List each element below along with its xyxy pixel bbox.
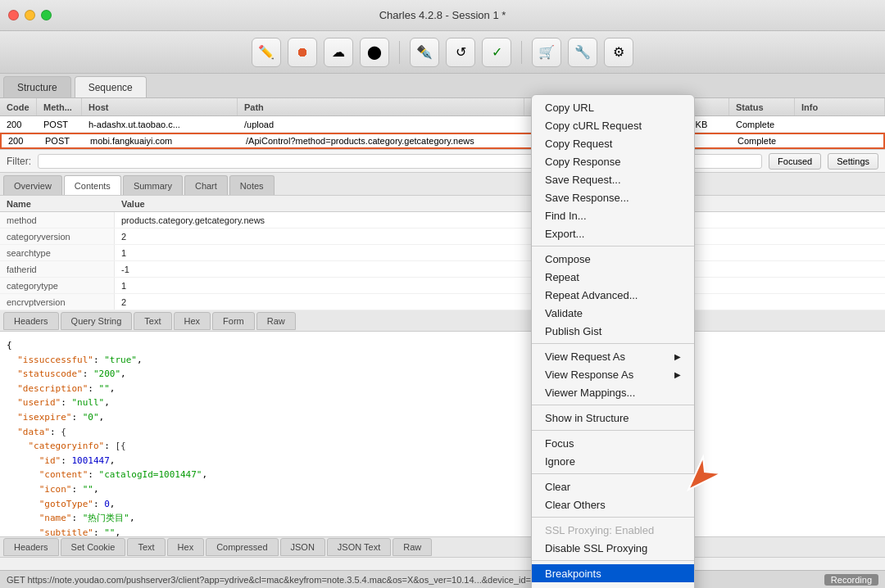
submenu-arrow-icon: ▶ [674,370,681,379]
menu-copy-response[interactable]: Copy Response [532,152,694,170]
data-row[interactable]: fatherid -1 [0,261,885,278]
tab-overview[interactable]: Overview [3,175,62,195]
separator2 [521,41,522,64]
separator [399,41,400,64]
header-info: Info [795,98,885,115]
record-button[interactable]: ⏺ [288,38,317,67]
shopping-button[interactable]: 🛒 [532,38,561,67]
bottom-tab-hex[interactable]: Hex [167,538,205,556]
data-key: searchtype [0,245,115,260]
data-row[interactable]: categorytype 1 [0,278,885,294]
bottom-tab-text[interactable]: Text [127,538,165,556]
minimize-button[interactable] [25,10,35,20]
subtab-headers[interactable]: Headers [3,312,59,330]
menu-viewer-mappings[interactable]: Viewer Mappings... [532,383,694,401]
tab-notes[interactable]: Notes [229,175,275,195]
settings-button[interactable]: Settings [828,153,878,170]
menu-breakpoints[interactable]: Breakpoints [532,564,694,582]
circle-button[interactable]: ⬤ [360,38,389,67]
cell-method: POST [37,116,82,132]
data-row[interactable]: categoryversion 2 [0,228,885,245]
menu-no-caching[interactable]: No Caching [532,582,694,588]
json-key: "statuscode" [17,369,82,379]
bottom-tab-headers[interactable]: Headers [3,538,59,556]
pen-tool-button[interactable]: ✏️ [252,38,281,67]
subtab-text[interactable]: Text [134,312,171,330]
compose-button[interactable]: ✒️ [410,38,439,67]
subtab-form[interactable]: Form [212,312,255,330]
cell-path: /upload [238,116,524,132]
maximize-button[interactable] [41,10,52,20]
table-row[interactable]: 200 POST mobi.fangkuaiyi.com /ApiControl… [0,133,885,149]
cell-path: /ApiControl?method=products.category.get… [239,134,526,147]
menu-separator [532,405,694,405]
bottom-sub-tabs: Headers Set Cookie Text Hex Compressed J… [0,536,885,558]
close-button[interactable] [8,10,19,20]
subtab-hex[interactable]: Hex [174,312,211,330]
filter-label: Filter: [7,156,31,167]
menu-copy-curl[interactable]: Copy cURL Request [532,116,694,134]
json-string: "热门类目" [83,513,129,523]
cell-code: 200 [0,116,37,132]
menu-clear[interactable]: Clear [532,477,694,495]
cell-info [795,116,885,132]
tab-contents[interactable]: Contents [64,175,121,195]
menu-save-request[interactable]: Save Request... [532,170,694,188]
menu-view-response-as[interactable]: View Response As ▶ [532,365,694,383]
bottom-tab-json[interactable]: JSON [280,538,325,556]
toolbar: ✏️ ⏺ ☁ ⬤ ✒️ ↺ ✓ 🛒 🔧 ⚙ [0,31,885,74]
menu-separator [532,343,694,344]
menu-validate[interactable]: Validate [532,304,694,322]
bottom-tab-compressed[interactable]: Compressed [206,538,278,556]
tab-structure[interactable]: Structure [3,76,71,97]
traffic-lights [8,10,52,20]
menu-separator [532,517,694,518]
tab-summary[interactable]: Summary [123,175,183,195]
menu-compose[interactable]: Compose [532,250,694,268]
menu-repeat-advanced[interactable]: Repeat Advanced... [532,286,694,304]
bottom-tab-json-text[interactable]: JSON Text [327,538,391,556]
bottom-tab-raw[interactable]: Raw [393,538,432,556]
header-host: Host [82,98,238,115]
subtab-query-string[interactable]: Query String [61,312,133,330]
tab-sequence[interactable]: Sequence [75,76,147,97]
data-value: -1 [115,261,136,277]
header-code: Code [0,98,37,115]
wrench-button[interactable]: 🔧 [568,38,597,67]
cell-info [796,134,883,147]
main-content: Structure Sequence Code Meth... Host Pat… [0,74,885,588]
json-content: { "issuccessful": "true", "statuscode": … [0,332,885,536]
data-row[interactable]: encrvptversion 2 [0,294,885,310]
menu-view-request-as[interactable]: View Request As ▶ [532,347,694,365]
menu-find-in[interactable]: Find In... [532,206,694,224]
data-row[interactable]: method products.category.getcategory.new… [0,212,885,228]
refresh-button[interactable]: ↺ [446,38,475,67]
json-bracket: { [7,340,12,351]
menu-ignore[interactable]: Ignore [532,452,694,470]
table-row[interactable]: 200 POST h-adashx.ut.taobao.c... /upload… [0,116,885,133]
menu-disable-ssl-proxying[interactable]: Disable SSL Proxying [532,539,694,557]
menu-copy-url[interactable]: Copy URL [532,98,694,116]
json-string: "200" [93,369,120,379]
json-key: "data" [17,427,50,437]
cloud-button[interactable]: ☁ [324,38,353,67]
menu-show-in-structure[interactable]: Show in Structure [532,409,694,427]
submenu-arrow-icon: ▶ [674,352,681,361]
menu-focus[interactable]: Focus [532,434,694,452]
menu-save-response[interactable]: Save Response... [532,188,694,206]
menu-clear-others[interactable]: Clear Others [532,495,694,513]
subtab-raw[interactable]: Raw [256,312,296,330]
tab-chart[interactable]: Chart [184,175,228,195]
data-row[interactable]: searchtype 1 [0,245,885,261]
header-path: Path [238,98,524,115]
menu-copy-request[interactable]: Copy Request [532,134,694,152]
menu-publish-gist[interactable]: Publish Gist [532,322,694,340]
checkmark-button[interactable]: ✓ [482,38,511,67]
focused-button[interactable]: Focused [769,153,821,170]
data-table: Name Value method products.category.getc… [0,196,885,310]
gear-button[interactable]: ⚙ [604,38,633,67]
menu-export[interactable]: Export... [532,224,694,242]
bottom-tab-set-cookie[interactable]: Set Cookie [61,538,126,556]
json-key: "icon" [39,484,72,495]
menu-repeat[interactable]: Repeat [532,268,694,286]
